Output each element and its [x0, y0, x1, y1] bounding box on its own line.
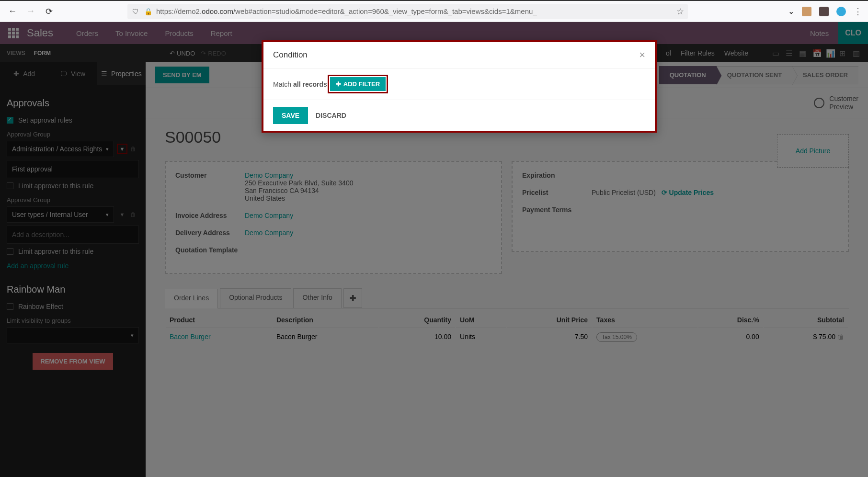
condition-modal: Condition × Match all records ✚ ADD FILT… — [262, 40, 657, 133]
browser-chrome: ← → ⟳ 🛡 🔒 https://demo2.odoo.com/web#act… — [0, 0, 868, 22]
ext-icon-3[interactable] — [836, 7, 846, 16]
back-button[interactable]: ← — [6, 5, 19, 18]
discard-button[interactable]: DISCARD — [316, 112, 346, 119]
add-filter-button[interactable]: ✚ ADD FILTER — [330, 77, 386, 91]
modal-body: Match all records ✚ ADD FILTER — [263, 68, 655, 100]
forward-button[interactable]: → — [24, 5, 37, 18]
modal-title: Condition — [273, 50, 308, 60]
ext-icon-2[interactable] — [819, 7, 829, 16]
browser-extensions: ⌄ ⋮ — [788, 6, 862, 17]
modal-header: Condition × — [263, 42, 655, 68]
modal-close-button[interactable]: × — [639, 50, 645, 60]
reload-button[interactable]: ⟳ — [42, 5, 56, 18]
bookmark-icon[interactable]: ☆ — [676, 6, 684, 17]
shield-icon: 🛡 — [131, 8, 140, 15]
match-text: Match all records — [273, 80, 327, 88]
save-button[interactable]: SAVE — [273, 107, 308, 124]
url-bar[interactable]: 🛡 🔒 https://demo2.odoo.com/web#action=st… — [127, 4, 688, 19]
modal-footer: SAVE DISCARD — [263, 100, 655, 131]
kebab-icon[interactable]: ⋮ — [854, 6, 862, 17]
ext-icon-1[interactable] — [802, 7, 811, 16]
lock-icon: 🔒 — [144, 8, 152, 15]
url-text: https://demo2.odoo.com/web#action=studio… — [156, 7, 673, 15]
pocket-icon[interactable]: ⌄ — [788, 7, 794, 16]
